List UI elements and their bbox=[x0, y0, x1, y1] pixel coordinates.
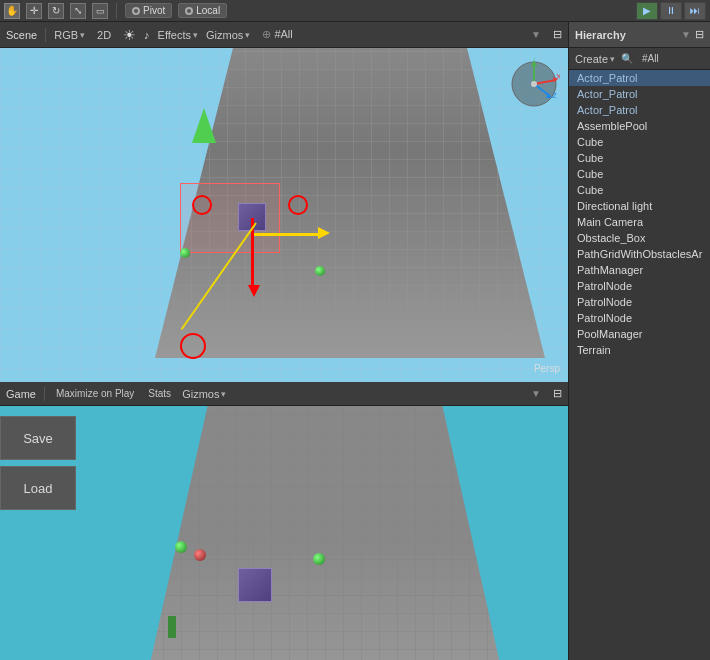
collapse-game[interactable]: ▼ bbox=[531, 388, 541, 399]
pivot-radio bbox=[132, 7, 140, 15]
svg-text:Z: Z bbox=[552, 91, 557, 100]
load-button[interactable]: Load bbox=[0, 466, 76, 510]
hierarchy-item-14[interactable]: PatrolNode bbox=[569, 294, 710, 310]
game-green-ball-1 bbox=[175, 541, 187, 553]
hierarchy-item-9[interactable]: Main Camera bbox=[569, 214, 710, 230]
play-button[interactable]: ▶ bbox=[636, 2, 658, 20]
create-chevron: ▾ bbox=[610, 54, 615, 64]
all-label[interactable]: ⊕ #All bbox=[258, 26, 296, 43]
gizmos-dropdown[interactable]: Gizmos ▾ bbox=[206, 29, 250, 41]
hierarchy-item-7[interactable]: Cube bbox=[569, 182, 710, 198]
game-canvas[interactable]: Save Load bbox=[0, 406, 568, 660]
tool-scale[interactable]: ⤡ bbox=[70, 3, 86, 19]
hierarchy-item-12[interactable]: PathManager bbox=[569, 262, 710, 278]
hierarchy-panel: Hierarchy ▼ ⊟ Create ▾ 🔍 #All Actor_Patr… bbox=[568, 22, 710, 660]
game-ground bbox=[145, 406, 505, 660]
play-controls: ▶ ⏸ ⏭ bbox=[636, 2, 706, 20]
transform-arrow-right-tip bbox=[318, 227, 330, 239]
sun-icon[interactable]: ☀ bbox=[123, 27, 136, 43]
left-panels: Scene RGB ▾ 2D ☀ ♪ Effects ▾ Gizmos ▾ bbox=[0, 22, 568, 660]
transform-arrow-right bbox=[254, 233, 324, 236]
hierarchy-item-6[interactable]: Cube bbox=[569, 166, 710, 182]
hierarchy-item-15[interactable]: PatrolNode bbox=[569, 310, 710, 326]
hierarchy-create-bar: Create ▾ 🔍 #All bbox=[569, 48, 710, 70]
tool-rotate[interactable]: ↻ bbox=[48, 3, 64, 19]
hierarchy-item-8[interactable]: Directional light bbox=[569, 198, 710, 214]
svg-point-10 bbox=[531, 81, 537, 87]
top-toolbar: ✋ ✛ ↻ ⤡ ▭ Pivot Local ▶ ⏸ ⏭ bbox=[0, 0, 710, 22]
hierarchy-item-2[interactable]: Actor_Patrol bbox=[569, 102, 710, 118]
hierarchy-item-5[interactable]: Cube bbox=[569, 150, 710, 166]
hierarchy-list[interactable]: Actor_PatrolActor_PatrolActor_PatrolAsse… bbox=[569, 70, 710, 660]
green-ball-2 bbox=[315, 266, 325, 276]
hierarchy-title: Hierarchy bbox=[575, 29, 626, 41]
lock-game[interactable]: ⊟ bbox=[553, 387, 562, 400]
patrol-node-circle-1 bbox=[192, 195, 212, 215]
scene-tab[interactable]: Scene bbox=[6, 29, 37, 41]
hierarchy-item-0[interactable]: Actor_Patrol bbox=[569, 70, 710, 86]
stats-button[interactable]: Stats bbox=[145, 386, 174, 401]
scene-view: Scene RGB ▾ 2D ☀ ♪ Effects ▾ Gizmos ▾ bbox=[0, 22, 568, 382]
rgb-chevron: ▾ bbox=[80, 30, 85, 40]
game-green-ball-2 bbox=[313, 553, 325, 565]
game-obstacle-1 bbox=[168, 616, 176, 638]
hierarchy-collapse[interactable]: ▼ bbox=[681, 29, 691, 40]
gizmo-widget: Y X Z bbox=[508, 58, 560, 112]
hierarchy-item-4[interactable]: Cube bbox=[569, 134, 710, 150]
side-buttons: Save Load bbox=[0, 416, 76, 510]
hierarchy-item-3[interactable]: AssemblePool bbox=[569, 118, 710, 134]
lock-scene[interactable]: ⊟ bbox=[553, 28, 562, 41]
scene-toolbar: Scene RGB ▾ 2D ☀ ♪ Effects ▾ Gizmos ▾ bbox=[0, 22, 568, 48]
svg-text:X: X bbox=[556, 72, 560, 81]
patrol-node-circle-2 bbox=[288, 195, 308, 215]
game-toolbar: Game Maximize on Play Stats Gizmos ▾ ▼ ⊟ bbox=[0, 382, 568, 406]
game-gizmos-dropdown[interactable]: Gizmos ▾ bbox=[182, 386, 226, 401]
sound-icon[interactable]: ♪ bbox=[144, 29, 150, 41]
game-red-ball-1 bbox=[194, 549, 206, 561]
effects-chevron: ▾ bbox=[193, 30, 198, 40]
local-button[interactable]: Local bbox=[178, 3, 227, 18]
hierarchy-item-16[interactable]: PoolManager bbox=[569, 326, 710, 342]
game-tab[interactable]: Game bbox=[6, 388, 36, 400]
effects-dropdown[interactable]: Effects ▾ bbox=[158, 29, 198, 41]
green-ball-1 bbox=[180, 248, 190, 258]
main-layout: Scene RGB ▾ 2D ☀ ♪ Effects ▾ Gizmos ▾ bbox=[0, 22, 710, 660]
hierarchy-item-11[interactable]: PathGridWithObstaclesAr bbox=[569, 246, 710, 262]
tool-hand[interactable]: ✋ bbox=[4, 3, 20, 19]
game-purple-cube bbox=[238, 568, 272, 602]
scene-canvas[interactable]: Y X Z Persp bbox=[0, 48, 568, 382]
hierarchy-item-13[interactable]: PatrolNode bbox=[569, 278, 710, 294]
svg-text:Y: Y bbox=[532, 58, 538, 61]
maximize-button[interactable]: Maximize on Play bbox=[53, 386, 137, 401]
persp-label: Persp bbox=[534, 363, 560, 374]
transform-arrow-up-tip bbox=[248, 285, 260, 297]
tool-move[interactable]: ✛ bbox=[26, 3, 42, 19]
tool-rect[interactable]: ▭ bbox=[92, 3, 108, 19]
game-gizmos-chevron: ▾ bbox=[221, 389, 226, 399]
rgb-dropdown[interactable]: RGB ▾ bbox=[54, 29, 85, 41]
hierarchy-lock[interactable]: ⊟ bbox=[695, 28, 704, 41]
green-cone bbox=[192, 108, 216, 143]
hierarchy-header: Hierarchy ▼ ⊟ bbox=[569, 22, 710, 48]
patrol-node-circle-3 bbox=[180, 333, 206, 359]
create-dropdown[interactable]: Create ▾ bbox=[575, 53, 615, 65]
gizmos-chevron: ▾ bbox=[245, 30, 250, 40]
pivot-button[interactable]: Pivot bbox=[125, 3, 172, 18]
hierarchy-all-label[interactable]: #All bbox=[639, 51, 662, 66]
search-icon: 🔍 bbox=[621, 53, 633, 64]
hierarchy-item-17[interactable]: Terrain bbox=[569, 342, 710, 358]
collapse-scene[interactable]: ▼ bbox=[531, 29, 541, 40]
2d-button[interactable]: 2D bbox=[93, 27, 115, 43]
game-view: Game Maximize on Play Stats Gizmos ▾ ▼ ⊟ bbox=[0, 382, 568, 660]
save-button[interactable]: Save bbox=[0, 416, 76, 460]
game-toolbar-right: Maximize on Play Stats Gizmos ▾ bbox=[53, 386, 226, 401]
hierarchy-item-10[interactable]: Obstacle_Box bbox=[569, 230, 710, 246]
hierarchy-item-1[interactable]: Actor_Patrol bbox=[569, 86, 710, 102]
pause-button[interactable]: ⏸ bbox=[660, 2, 682, 20]
step-button[interactable]: ⏭ bbox=[684, 2, 706, 20]
local-radio bbox=[185, 7, 193, 15]
